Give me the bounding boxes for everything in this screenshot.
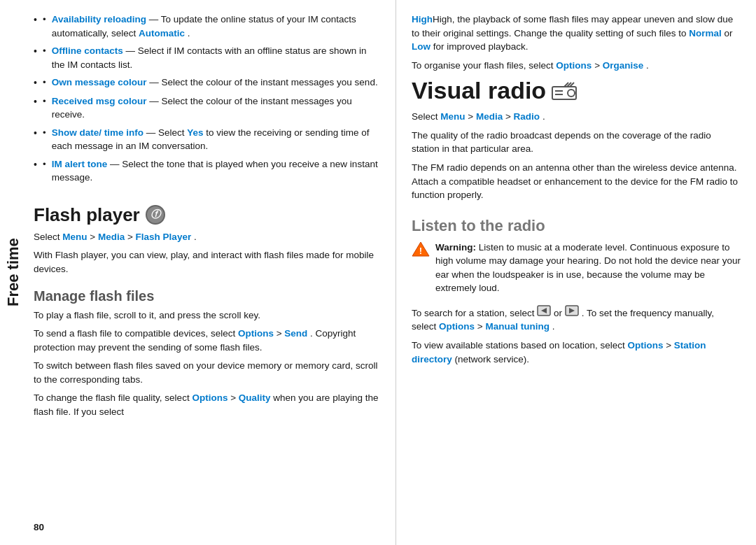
options-link-5[interactable]: Options bbox=[627, 340, 663, 351]
manual-tuning-link[interactable]: Manual tuning bbox=[485, 321, 550, 332]
continued-text: HighHigh, the playback of some flash fil… bbox=[412, 13, 741, 54]
manage-flash-title: Manage flash files bbox=[34, 288, 380, 304]
organise-link[interactable]: Organise bbox=[603, 60, 644, 71]
svg-rect-0 bbox=[552, 87, 576, 99]
vr-menu-link[interactable]: Menu bbox=[440, 111, 465, 122]
high-link[interactable]: High bbox=[412, 14, 433, 24]
visual-radio-title: Visual radio bbox=[412, 77, 741, 104]
list-item: • Availability reloading — To update the… bbox=[34, 13, 380, 40]
yes-link[interactable]: Yes bbox=[187, 127, 203, 138]
flash-menu-link[interactable]: Menu bbox=[62, 232, 87, 242]
list-item: • Received msg colour — Select the colou… bbox=[34, 94, 380, 122]
availability-link[interactable]: Availability reloading bbox=[52, 14, 146, 24]
svg-point-1 bbox=[568, 90, 575, 97]
vr-radio-link[interactable]: Radio bbox=[514, 111, 540, 122]
warning-text: Warning: Listen to music at a moderate l… bbox=[435, 241, 741, 295]
vr-para2: The FM radio depends on an antenna other… bbox=[412, 161, 741, 202]
listen-radio-title: Listen to the radio bbox=[412, 217, 741, 235]
vr-media-link[interactable]: Media bbox=[476, 111, 503, 122]
list-item: • IM alert tone — Select the tone that i… bbox=[34, 157, 380, 185]
options-link-1[interactable]: Options bbox=[238, 328, 274, 339]
flash-media-link[interactable]: Media bbox=[98, 232, 125, 242]
offline-contacts-link[interactable]: Offline contacts bbox=[52, 45, 123, 56]
list-item: • Show date/ time info — Select Yes to v… bbox=[34, 126, 380, 153]
bullet-list: • Availability reloading — To update the… bbox=[34, 13, 380, 189]
list-item: • Own message colour — Select the colour… bbox=[34, 76, 380, 90]
options-link-2[interactable]: Options bbox=[192, 392, 227, 403]
left-column: • Availability reloading — To update the… bbox=[27, 0, 396, 545]
im-alert-link[interactable]: IM alert tone bbox=[52, 159, 108, 169]
organise-text: To organise your flash files, select Opt… bbox=[412, 59, 741, 73]
flash-player-link[interactable]: Flash Player bbox=[136, 232, 192, 242]
list-item: • Offline contacts — Select if IM contac… bbox=[34, 44, 380, 71]
warning-block: ! Warning: Listen to music at a moderate… bbox=[412, 241, 741, 300]
search-station-text: To search for a station, select or . To … bbox=[412, 305, 741, 334]
own-message-colour-link[interactable]: Own message colour bbox=[52, 77, 147, 87]
manage-flash-para1: To play a flash file, scroll to it, and … bbox=[34, 309, 380, 323]
flash-player-title: Flash player ⓕ bbox=[34, 204, 380, 226]
warning-icon: ! bbox=[412, 241, 430, 257]
manage-flash-para2: To send a flash file to compatible devic… bbox=[34, 327, 380, 354]
show-date-link[interactable]: Show date/ time info bbox=[52, 127, 144, 138]
flash-player-icon: ⓕ bbox=[146, 205, 165, 225]
options-link-3[interactable]: Options bbox=[556, 60, 592, 71]
scan-icons bbox=[537, 305, 551, 316]
right-column: HighHigh, the playback of some flash fil… bbox=[396, 0, 756, 545]
visual-radio-nav: Select Menu > Media > Radio . bbox=[412, 110, 741, 124]
flash-player-desc: With Flash player, you can view, play, a… bbox=[34, 248, 380, 276]
automatic-link[interactable]: Automatic bbox=[139, 28, 185, 38]
send-link[interactable]: Send bbox=[284, 328, 307, 339]
scan-icons-2 bbox=[565, 305, 579, 316]
flash-player-nav: Select Menu > Media > Flash Player . bbox=[34, 230, 380, 244]
low-link[interactable]: Low bbox=[412, 41, 430, 52]
normal-link[interactable]: Normal bbox=[689, 28, 722, 38]
vertical-label: Free time bbox=[0, 0, 27, 545]
manage-flash-para4: To change the flash file quality, select… bbox=[34, 391, 380, 418]
warning-label: Warning: bbox=[435, 242, 476, 253]
svg-text:!: ! bbox=[419, 246, 422, 256]
vr-para1: The quality of the radio broadcast depen… bbox=[412, 129, 741, 156]
quality-link[interactable]: Quality bbox=[239, 392, 271, 403]
received-msg-link[interactable]: Received msg colour bbox=[52, 96, 147, 106]
manage-flash-para3: To switch between flash files saved on y… bbox=[34, 359, 380, 386]
page-number: 80 bbox=[34, 516, 380, 532]
stations-text: To view available stations based on loca… bbox=[412, 339, 741, 366]
options-link-4[interactable]: Options bbox=[439, 321, 475, 332]
visual-radio-icon bbox=[552, 81, 577, 101]
